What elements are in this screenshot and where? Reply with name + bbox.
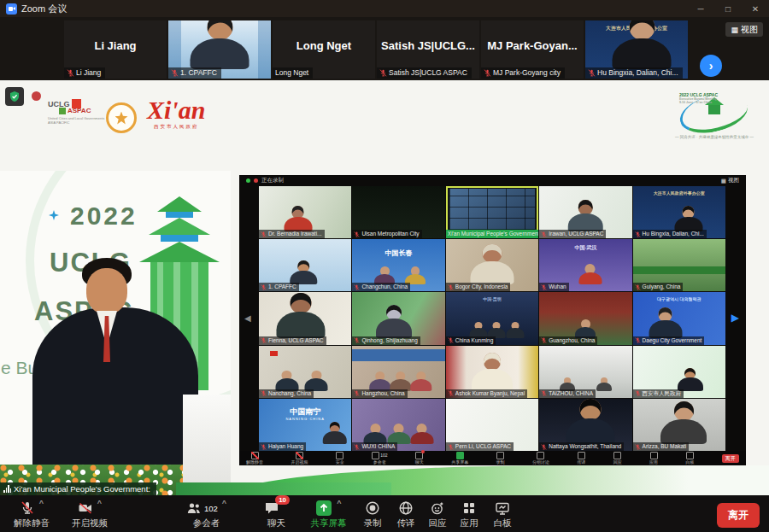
participant-tile[interactable]: Nanchang, China [259,346,351,398]
participant-tile[interactable]: Irawan, UCLG ASPAC [539,186,631,238]
mini-react-button[interactable]: 回应 [613,452,622,465]
participant-tile[interactable]: 中国·昆明China Kunming [446,292,538,344]
participant-tile[interactable]: Arizza, BU Makati [633,399,725,451]
camera-muted-button[interactable]: ^开启视频 [72,500,108,528]
participant-name-display: Satish JS|UCLG... [377,20,479,70]
participant-tile[interactable]: Fienna, UCLG ASPAC [259,292,351,344]
maximize-button[interactable]: □ [714,0,742,17]
chat-button[interactable]: 10^聊天 [264,500,288,528]
caret-icon[interactable]: ^ [97,500,102,507]
mini-share-button[interactable]: 共享屏幕 [451,452,468,465]
participant-tile[interactable]: Long NgetLong Nget [273,20,375,79]
xian-logo-subtext: 西安市人民政府 [147,124,205,130]
participant-tile[interactable]: Dr. Bernadia Irawati... [259,186,351,238]
participant-tile[interactable]: 1. CPAFFC [259,239,351,291]
participant-tile[interactable]: 西安市人民政府 [633,346,725,398]
participant-tile[interactable]: WUXI CHINA [352,399,444,451]
caret-icon[interactable]: ^ [337,500,341,507]
participant-tile[interactable]: 大连市人民政府外事办公室Hu Bingxia, Dalian, Chi... [633,186,725,238]
participant-tile[interactable]: Satish JS|UCLG...Satish JS|UCLG ASPAC [377,20,479,79]
participant-tile[interactable]: 中国·武汉Wuhan [539,239,631,291]
participant-name-label: Satish JS|UCLG ASPAC [377,67,472,79]
gallery-view-button[interactable]: ▦ 视图 [721,177,739,184]
close-button[interactable]: ✕ [742,0,769,17]
red-status-dot [254,178,258,183]
record-button[interactable]: 录制 [363,500,381,528]
participant-tile[interactable]: Qinhong, Shijiazhuang [352,292,444,344]
mini-toolbar-label: 传译 [577,460,585,465]
participant-tile[interactable]: Guangzhou, China [539,292,631,344]
whiteboard-button[interactable]: 白板 [493,500,511,528]
participant-name-label: China Kunming [446,336,496,345]
muted-mic-icon [354,284,360,290]
caret-icon[interactable]: ^ [222,500,226,507]
grid-view-icon: ▦ [721,178,726,184]
participant-tile[interactable]: Guiyang, China [633,239,725,291]
participant-tile[interactable]: Ashok Kumar Byanju, Nepal [446,346,538,398]
apps-button[interactable]: 应用 [460,500,478,528]
participant-tile[interactable]: 大连市人民政府外事办公室Hu Bingxia, Dalian, Chi... [585,20,688,79]
previous-page-arrow[interactable]: ◀ [244,313,251,323]
zoom-app-window: Zoom 会议 ─ □ ✕ Li JiangLi Jiang1. CPAFFCL… [0,0,769,532]
person-silhouette [649,307,682,338]
interpretation-button[interactable]: 传译 [396,500,414,528]
participant-tile[interactable]: Bogor City, Indonesia [446,239,538,291]
mini-participants-button[interactable]: 102参会者 [372,452,387,465]
muted-mic-icon [541,444,547,450]
mini-toolbar-label: 分组讨论 [532,460,549,465]
participant-tile[interactable]: 1. CPAFFC [168,20,271,79]
security-shield-icon[interactable] [5,87,24,106]
participant-tile[interactable]: MJ Park-Goyan...MJ Park-Goyang city [481,20,584,79]
mini-toolbar-label: 应用 [649,460,658,465]
mini-record-button[interactable]: 录制 [496,452,505,465]
leave-meeting-button[interactable]: 离开 [717,503,760,528]
cpaffc-seal-logo [106,102,137,133]
participant-tile[interactable]: 中国南宁NANNING·CHINAHaiyan Huang [259,399,351,451]
participant-tile[interactable]: Pern Li, UCLG ASPAC [446,399,538,451]
xian-logo-text: Xi'an [147,97,205,123]
participant-tile[interactable]: Hangzhou, China [352,346,444,398]
participant-tile[interactable]: Ulsan Metropolitan City [352,186,444,238]
next-page-arrow[interactable]: ▶ [731,312,739,324]
active-speaker-video[interactable]: 2022 UCLG ASPAC e Bureau Me 9-10 June 2 [0,171,231,495]
camera-muted-icon [78,500,93,517]
participant-name-display: Long Nget [273,20,375,70]
participant-tile[interactable]: Li JiangLi Jiang [64,20,167,79]
person-silhouette [568,200,603,231]
mini-mic-button[interactable]: 解除静音 [246,452,263,465]
reactions-button[interactable]: 回应 [428,500,446,528]
participant-tile[interactable]: Nattaya Wongsathit, Thailand [539,399,631,451]
participant-grid: Dr. Bernadia Irawati...Ulsan Metropolita… [259,186,725,451]
participant-name-label: 1. CPAFFC [168,67,221,79]
minimize-button[interactable]: ─ [687,0,714,17]
view-button[interactable]: ▦ 视图 [725,22,763,37]
next-participants-button[interactable]: › [700,55,722,77]
mini-toolbar-label: 回应 [613,460,622,465]
caret-icon[interactable]: ^ [39,500,44,507]
mic-muted-button[interactable]: ^解除静音 [14,500,50,528]
mini-shield-button[interactable]: 安全 [336,452,344,465]
mini-toolbar-label: 开启视频 [291,460,308,465]
muted-mic-icon [635,390,641,396]
mini-apps-button[interactable]: 应用 [649,452,658,465]
participant-tile[interactable]: 대구광역시 대외협력관Daegu City Government [633,292,725,344]
person-silhouette [323,422,348,444]
participant-name-label: Ulsan Metropolitan City [352,230,421,238]
mini-breakout-button[interactable]: 分组讨论 [532,452,549,465]
participant-name-label: Guiyang, China [633,283,684,291]
participant-tile[interactable]: Xi'an Municipal People's Government [446,186,538,238]
mini-whiteboard-button[interactable]: 白板 [685,452,694,465]
participants-button[interactable]: 102^参会者 [186,500,226,528]
gallery-toolbar: 解除静音开启视频安全102参会者聊天共享屏幕录制分组讨论传译回应应用白板离开 [239,451,746,465]
mini-leave-button[interactable]: 离开 [722,454,739,463]
mini-interpret-button[interactable]: 传译 [577,452,585,465]
person-silhouette [290,260,317,284]
participant-tile[interactable]: TAIZHOU, CHINA [539,346,631,398]
participant-tile[interactable]: 中国长春Changchun, China [352,239,444,291]
share-screen-button[interactable]: ^共享屏幕 [310,500,346,528]
gallery-titlebar: 正在录制 ▦ 视图 [239,175,746,186]
toolbar-item-label: 聊天 [267,518,285,528]
mini-camera-button[interactable]: 开启视频 [291,452,308,465]
mini-chat-button[interactable]: 聊天 [415,452,424,465]
participant-name-label: Dr. Bernadia Irawati... [259,230,325,238]
